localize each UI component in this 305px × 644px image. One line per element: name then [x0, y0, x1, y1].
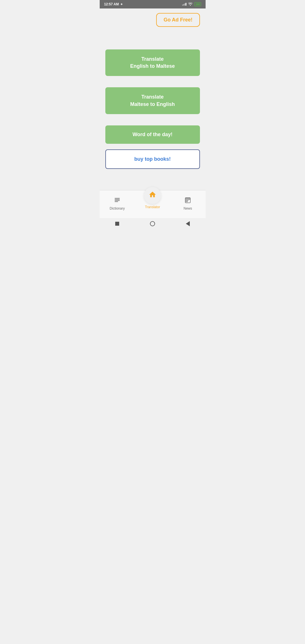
android-back-button[interactable]: [184, 220, 191, 227]
status-right: 100: [182, 2, 201, 6]
android-nav-bar: [100, 218, 206, 229]
status-left: 12:57 AM ⌖: [104, 2, 123, 6]
nav-item-dictionary[interactable]: Dictionary: [100, 197, 135, 210]
word-of-day-button[interactable]: Word of the day!: [105, 125, 200, 144]
translator-label: Translator: [145, 205, 160, 209]
status-bar: 12:57 AM ⌖ 100: [100, 0, 206, 8]
android-home-button[interactable]: [149, 220, 156, 227]
svg-rect-1: [115, 199, 120, 200]
bluetooth-icon: ⌖: [121, 2, 123, 6]
bottom-nav: Dictionary Translator News: [100, 190, 206, 218]
news-icon: [184, 197, 191, 205]
translator-home-circle: [144, 187, 161, 204]
time-display: 12:57 AM: [104, 2, 119, 6]
ad-free-container: Go Ad Free!: [105, 13, 200, 27]
go-ad-free-button[interactable]: Go Ad Free!: [156, 13, 200, 27]
svg-rect-0: [115, 198, 120, 199]
home-icon: [149, 191, 156, 201]
svg-rect-3: [115, 201, 118, 202]
circle-icon: [150, 221, 155, 226]
buy-books-button[interactable]: buy top books!: [105, 149, 200, 169]
wifi-icon: [188, 2, 193, 6]
translate-mt-to-en-button[interactable]: Translate Maltese to English: [105, 87, 200, 114]
battery-icon: 100: [194, 2, 201, 6]
action-buttons-group: Translate English to Maltese Translate M…: [105, 49, 200, 169]
square-icon: [115, 222, 119, 226]
nav-item-news[interactable]: News: [170, 197, 206, 210]
android-square-button[interactable]: [114, 220, 121, 227]
dictionary-label: Dictionary: [110, 206, 125, 210]
signal-icon: [182, 3, 186, 6]
dictionary-icon: [114, 197, 121, 205]
news-label: News: [184, 206, 192, 210]
nav-item-translator[interactable]: Translator: [135, 187, 170, 209]
svg-rect-2: [115, 200, 120, 201]
translate-en-to-mt-button[interactable]: Translate English to Maltese: [105, 49, 200, 76]
triangle-icon: [186, 221, 190, 226]
main-content: Go Ad Free! Translate English to Maltese…: [100, 8, 206, 190]
